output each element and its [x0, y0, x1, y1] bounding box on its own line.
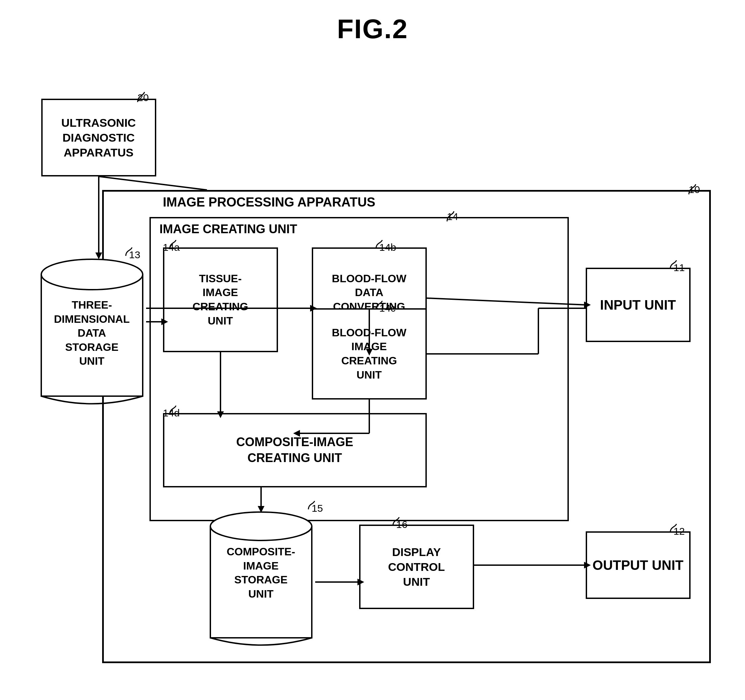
ref-tick-15: [302, 501, 319, 511]
ultrasonic-box: ULTRASONIC DIAGNOSTIC APPARATUS: [41, 99, 156, 176]
ref-tick-14c: [369, 301, 388, 311]
tissue-image-box: TISSUE- IMAGE CREATING UNIT: [163, 248, 278, 352]
ref-tick-11: [664, 260, 681, 270]
blood-flow-image-box: BLOOD-FLOW IMAGE CREATING UNIT: [312, 308, 427, 400]
ref-tick-14d: [163, 406, 180, 416]
svg-point-3: [210, 512, 312, 540]
blood-flow-image-label: BLOOD-FLOW IMAGE CREATING UNIT: [332, 326, 406, 382]
ref-tick-14: [437, 210, 457, 223]
ref-tick-14b: [369, 240, 388, 250]
composite-storage-cylinder: COMPOSITE-IMAGESTORAGEUNIT: [207, 507, 315, 657]
ref-tick-10: [679, 182, 699, 196]
ultrasonic-label: ULTRASONIC DIAGNOSTIC APPARATUS: [61, 115, 136, 160]
image-creating-label: IMAGE CREATING UNIT: [160, 222, 297, 236]
ref-tick-16: [386, 517, 403, 527]
input-unit-box: INPUT UNIT: [586, 268, 691, 342]
ref-tick-12: [664, 524, 681, 534]
composite-creating-label: COMPOSITE-IMAGE CREATING UNIT: [236, 434, 353, 466]
svg-line-28: [99, 176, 207, 190]
diagram: ULTRASONIC DIAGNOSTIC APPARATUS 20 IMAGE…: [18, 65, 728, 687]
svg-point-1: [41, 259, 143, 290]
image-processing-label: IMAGE PROCESSING APPARATUS: [163, 195, 375, 210]
output-unit-label: OUTPUT UNIT: [592, 556, 684, 574]
display-control-label: DISPLAY CONTROL UNIT: [388, 545, 445, 590]
output-unit-box: OUTPUT UNIT: [586, 531, 691, 599]
three-dimensional-cylinder: THREE-DIMENSIONALDATASTORAGEUNIT: [38, 254, 146, 416]
ref-tick-13: [119, 248, 136, 258]
input-unit-label: INPUT UNIT: [600, 296, 676, 313]
tissue-image-label: TISSUE- IMAGE CREATING UNIT: [192, 272, 248, 328]
composite-creating-box: COMPOSITE-IMAGE CREATING UNIT: [163, 413, 427, 487]
display-control-box: DISPLAY CONTROL UNIT: [359, 525, 474, 609]
ref-tick-14a: [163, 240, 180, 250]
figure-title: FIG.2: [337, 13, 408, 45]
ref-tick-20: [127, 90, 148, 104]
